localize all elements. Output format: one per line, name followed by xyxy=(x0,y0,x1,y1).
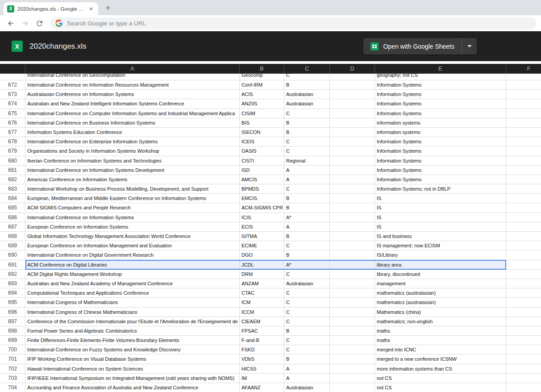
row-number[interactable]: 680 xyxy=(0,156,25,166)
cell-d[interactable] xyxy=(330,128,375,137)
cell-d[interactable] xyxy=(330,99,375,108)
cell-f[interactable] xyxy=(506,194,541,203)
cell-acronym[interactable]: DRM xyxy=(240,270,284,279)
cell-d[interactable] xyxy=(330,166,375,175)
cell-rank[interactable]: B xyxy=(284,118,330,128)
row-number[interactable]: 702 xyxy=(0,364,25,374)
browser-tab[interactable]: X 2020changes.xls - Google Drive × xyxy=(4,2,98,15)
row-number[interactable]: 693 xyxy=(0,279,25,288)
cell-rank[interactable]: A* xyxy=(284,213,330,222)
cell-rank[interactable]: C xyxy=(284,308,330,317)
cell-note[interactable]: IS xyxy=(375,222,506,232)
cell-name[interactable]: International Conference on Information … xyxy=(25,80,240,90)
cell-rank[interactable]: A xyxy=(284,222,330,232)
cell-f[interactable] xyxy=(506,90,541,99)
cell-note[interactable]: merged to a new conference ICSNW xyxy=(375,354,506,364)
cell-rank[interactable]: C xyxy=(284,184,330,194)
cell-d[interactable] xyxy=(330,175,375,184)
new-tab-button[interactable]: + xyxy=(102,2,114,14)
cell-rank[interactable]: C xyxy=(284,146,330,156)
cell-rank[interactable]: B xyxy=(284,354,330,364)
row-number[interactable]: 684 xyxy=(0,194,25,203)
row-number[interactable]: 675 xyxy=(0,109,25,118)
cell-acronym[interactable]: ECIS xyxy=(240,222,284,232)
refresh-button[interactable] xyxy=(33,17,46,29)
cell-rank[interactable]: C xyxy=(284,74,330,80)
cell-acronym[interactable]: AMCIS xyxy=(240,175,284,184)
cell-name[interactable]: International Conference on Digital Gove… xyxy=(25,250,240,260)
cell-acronym[interactable]: ACM-SIGMIS CPR xyxy=(240,203,284,213)
row-number[interactable]: 692 xyxy=(0,270,25,279)
row-number[interactable]: 694 xyxy=(0,288,25,298)
cell-rank[interactable]: B xyxy=(284,194,330,203)
row-number[interactable]: 674 xyxy=(0,99,25,108)
cell-f[interactable] xyxy=(506,146,541,156)
cell-d[interactable] xyxy=(330,80,375,90)
cell-f[interactable] xyxy=(506,109,541,118)
cell-name[interactable]: International Conference on Information … xyxy=(25,166,240,175)
cell-f[interactable] xyxy=(506,364,541,374)
cell-note[interactable]: not CS xyxy=(375,374,506,383)
cell-rank[interactable]: B xyxy=(284,250,330,260)
cell-d[interactable] xyxy=(330,270,375,279)
cell-f[interactable] xyxy=(506,374,541,383)
cell-rank[interactable]: A xyxy=(284,175,330,184)
cell-note[interactable]: IS/Library xyxy=(375,250,506,260)
cell-acronym[interactable]: FSKD xyxy=(240,345,284,354)
cell-f[interactable] xyxy=(506,260,541,270)
cell-f[interactable] xyxy=(506,213,541,222)
cell-name[interactable]: European Conference on Information Syste… xyxy=(25,222,240,232)
cell-f[interactable] xyxy=(506,317,541,326)
cell-rank[interactable]: C xyxy=(284,288,330,298)
cell-acronym[interactable]: ISECON xyxy=(240,128,284,137)
cell-rank[interactable]: C xyxy=(284,137,330,146)
cell-f[interactable] xyxy=(506,166,541,175)
cell-rank[interactable]: B xyxy=(284,80,330,90)
cell-acronym[interactable]: FPSAC xyxy=(240,326,284,336)
cell-rank[interactable]: A xyxy=(284,374,330,383)
cell-name[interactable]: International Conference on Business Inf… xyxy=(25,118,240,128)
cell-acronym[interactable]: CTAC xyxy=(240,288,284,298)
cell-name[interactable]: Formal Power Series and Algebraic Combin… xyxy=(25,326,240,336)
cell-name[interactable]: International Conference on Information … xyxy=(25,213,240,222)
cell-d[interactable] xyxy=(330,298,375,307)
cell-d[interactable] xyxy=(330,345,375,354)
forward-button[interactable] xyxy=(19,17,31,29)
cell-acronym[interactable]: Conf-IRM xyxy=(240,80,284,90)
cell-d[interactable] xyxy=(330,288,375,298)
row-number[interactable]: 691 xyxy=(0,260,25,270)
cell-acronym[interactable]: ANZAM xyxy=(240,279,284,288)
row-number[interactable]: 690 xyxy=(0,250,25,260)
row-number[interactable]: 687 xyxy=(0,222,25,232)
cell-acronym[interactable]: ACIS xyxy=(240,90,284,99)
cell-rank[interactable]: C xyxy=(284,336,330,345)
cell-d[interactable] xyxy=(330,383,375,392)
cell-acronym[interactable]: GITMA xyxy=(240,232,284,241)
cell-rank[interactable]: B xyxy=(284,203,330,213)
cell-note[interactable]: IS and business xyxy=(375,232,506,241)
cell-acronym[interactable]: HICSS xyxy=(240,364,284,374)
cell-name[interactable]: International Conference on Fuzzy System… xyxy=(25,345,240,354)
cell-d[interactable] xyxy=(330,109,375,118)
cell-note[interactable]: Information Systems; not in DBLP xyxy=(375,184,506,194)
cell-f[interactable] xyxy=(506,222,541,232)
cell-note[interactable]: Information Systems xyxy=(375,80,506,90)
row-number[interactable]: 695 xyxy=(0,298,25,307)
cell-d[interactable] xyxy=(330,118,375,128)
row-number[interactable]: 683 xyxy=(0,184,25,194)
cell-rank[interactable]: Australasian xyxy=(284,279,330,288)
cell-d[interactable] xyxy=(330,74,375,80)
cell-name[interactable]: ACM Conference on Digital Libraries xyxy=(25,260,240,270)
column-header-a[interactable]: A xyxy=(25,64,240,74)
cell-note[interactable]: Information Systems xyxy=(375,109,506,118)
cell-name[interactable]: Finite Differences-Finite Elements-Finit… xyxy=(25,336,240,345)
cell-f[interactable] xyxy=(506,241,541,250)
row-number[interactable]: 703 xyxy=(0,374,25,383)
cell-note[interactable]: IS xyxy=(375,213,506,222)
cell-d[interactable] xyxy=(330,374,375,383)
cell-f[interactable] xyxy=(506,308,541,317)
cell-f[interactable] xyxy=(506,184,541,194)
cell-f[interactable] xyxy=(506,156,541,166)
row-number[interactable]: 697 xyxy=(0,317,25,326)
row-number[interactable]: 682 xyxy=(0,175,25,184)
